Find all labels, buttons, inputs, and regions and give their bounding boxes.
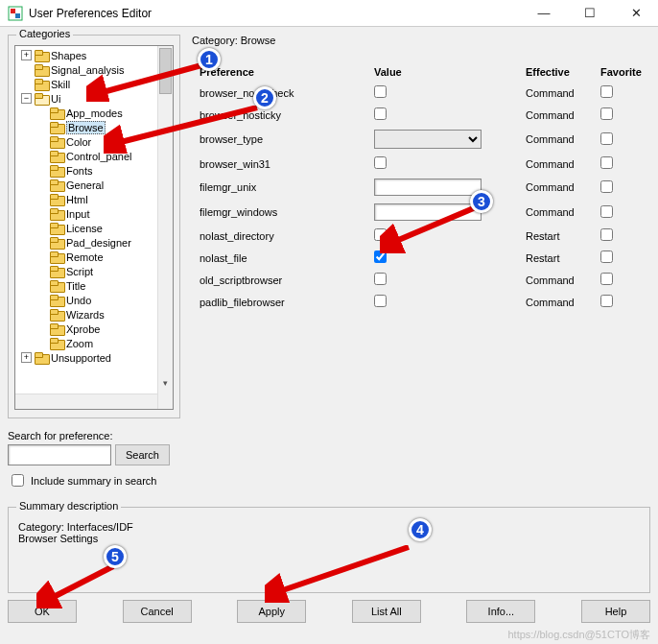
tree-label[interactable]: App_modes xyxy=(66,107,123,119)
tree-item-unsupported[interactable]: +Unsupported xyxy=(17,350,171,365)
tree-item-control_panel[interactable]: Control_panel xyxy=(17,149,171,163)
tree-label[interactable]: Wizards xyxy=(66,309,105,321)
pref-favorite-checkbox[interactable] xyxy=(600,85,613,98)
tree-item-shapes[interactable]: +Shapes xyxy=(17,48,171,62)
tree-label[interactable]: Title xyxy=(66,280,85,292)
tree-label[interactable]: Input xyxy=(66,208,89,220)
tree-item-remote[interactable]: Remote xyxy=(17,250,171,264)
tree-item-fonts[interactable]: Fonts xyxy=(17,163,171,178)
tree-item-input[interactable]: Input xyxy=(17,206,171,221)
tree-item-license[interactable]: License xyxy=(17,221,171,235)
folder-icon xyxy=(50,266,63,276)
pref-favorite-checkbox[interactable] xyxy=(600,228,613,241)
tree-item-html[interactable]: Html xyxy=(17,192,171,206)
tree-item-pad_designer[interactable]: Pad_designer xyxy=(17,235,171,250)
listall-button[interactable]: List All xyxy=(352,600,421,623)
include-summary-checkbox[interactable] xyxy=(12,474,24,487)
tree-label[interactable]: Remote xyxy=(66,251,104,263)
help-button[interactable]: Help xyxy=(581,600,650,623)
pref-favorite-checkbox[interactable] xyxy=(600,250,613,263)
pref-value-input[interactable] xyxy=(374,179,482,196)
pref-favorite-checkbox[interactable] xyxy=(600,107,613,120)
tree-label[interactable]: Control_panel xyxy=(66,151,132,162)
minimize-button[interactable]: — xyxy=(529,6,558,20)
tree-item-general[interactable]: General xyxy=(17,178,171,192)
pref-favorite-checkbox[interactable] xyxy=(600,180,613,193)
tree-scrollbar-v[interactable]: ▴ ▾ xyxy=(157,46,173,409)
tree-label[interactable]: Pad_designer xyxy=(66,237,131,249)
tree-item-signal_analysis[interactable]: Signal_analysis xyxy=(17,62,171,77)
pref-name: browser_nosticky xyxy=(194,105,366,125)
pref-value-checkbox[interactable] xyxy=(374,228,387,241)
tree-item-skill[interactable]: Skill xyxy=(17,77,171,91)
search-input[interactable] xyxy=(8,444,111,465)
tree-item-zoom[interactable]: Zoom xyxy=(17,336,171,350)
pref-value-checkbox[interactable] xyxy=(374,295,387,307)
pref-name: nolast_file xyxy=(194,248,366,268)
pref-row-nolast_file: nolast_fileRestart xyxy=(194,248,647,268)
tree-label[interactable]: Script xyxy=(66,266,93,277)
tree-label[interactable]: Color xyxy=(66,136,91,148)
tree-label[interactable]: Ui xyxy=(51,93,60,105)
apply-button[interactable]: Apply xyxy=(237,600,306,623)
pref-value-checkbox[interactable] xyxy=(374,250,387,263)
close-button[interactable]: ✕ xyxy=(622,6,650,20)
pref-favorite-checkbox[interactable] xyxy=(600,273,613,285)
tree-item-browse[interactable]: Browse xyxy=(17,120,171,134)
tree-item-script[interactable]: Script xyxy=(17,264,171,278)
pref-effective: Command xyxy=(520,176,593,199)
tree-label[interactable]: Skill xyxy=(51,79,70,90)
tree-item-color[interactable]: Color xyxy=(17,134,171,149)
pref-value-checkbox[interactable] xyxy=(374,85,387,98)
pref-name: padlib_filebrowser xyxy=(194,292,366,312)
pref-value-select[interactable] xyxy=(374,130,482,149)
tree-label[interactable]: Browse xyxy=(66,121,106,134)
tree-label[interactable]: Undo xyxy=(66,295,91,306)
tree-label[interactable]: Fonts xyxy=(66,165,93,177)
expand-icon[interactable]: + xyxy=(21,50,32,60)
ok-button[interactable]: OK xyxy=(8,600,77,623)
tree-scrollbar-h[interactable] xyxy=(15,394,157,409)
folder-icon xyxy=(50,323,63,334)
pref-favorite-checkbox[interactable] xyxy=(600,295,613,307)
tree-label[interactable]: Unsupported xyxy=(51,352,111,364)
pref-name: browser_win31 xyxy=(194,154,366,174)
pref-value-checkbox[interactable] xyxy=(374,156,387,169)
pref-favorite-checkbox[interactable] xyxy=(600,132,613,145)
tree-label[interactable]: Shapes xyxy=(51,50,86,61)
tree-item-wizards[interactable]: Wizards xyxy=(17,307,171,322)
cancel-button[interactable]: Cancel xyxy=(123,600,192,623)
tree-item-ui[interactable]: −Ui xyxy=(17,91,171,106)
pref-effective: Command xyxy=(520,127,593,152)
search-label: Search for preference: xyxy=(8,430,180,441)
scroll-thumb[interactable] xyxy=(159,48,172,94)
tree-label[interactable]: General xyxy=(66,179,104,191)
tree-label[interactable]: Signal_analysis xyxy=(51,64,124,76)
tree-item-app_modes[interactable]: App_modes xyxy=(17,106,171,120)
expand-icon[interactable]: − xyxy=(21,93,32,104)
pref-favorite-checkbox[interactable] xyxy=(600,156,613,169)
tree-label[interactable]: Html xyxy=(66,194,88,205)
tree-label[interactable]: Xprobe xyxy=(66,323,100,335)
tree-item-title[interactable]: Title xyxy=(17,278,171,293)
info-button[interactable]: Info... xyxy=(466,600,535,623)
search-button[interactable]: Search xyxy=(115,444,170,465)
category-tree[interactable]: +ShapesSignal_analysisSkill−UiApp_modesB… xyxy=(14,45,174,410)
tree-item-xprobe[interactable]: Xprobe xyxy=(17,322,171,336)
pref-favorite-checkbox[interactable] xyxy=(600,205,613,218)
pref-value-checkbox[interactable] xyxy=(374,107,387,120)
scroll-down-icon[interactable]: ▾ xyxy=(158,378,173,394)
folder-icon xyxy=(50,107,63,118)
pref-value-input[interactable] xyxy=(374,203,482,221)
pref-row-browser_win31: browser_win31Command xyxy=(194,154,647,174)
tree-item-undo[interactable]: Undo xyxy=(17,293,171,307)
window-title: User Preferences Editor xyxy=(29,7,529,20)
pref-effective: Command xyxy=(520,292,593,312)
pref-value-checkbox[interactable] xyxy=(374,273,387,285)
maximize-button[interactable]: ☐ xyxy=(576,6,604,20)
tree-label[interactable]: License xyxy=(66,223,103,234)
expand-icon[interactable]: + xyxy=(21,352,32,363)
summary-group: Summary description Category: Interfaces… xyxy=(8,507,650,593)
dialog-buttons: OK Cancel Apply List All Info... Help xyxy=(8,600,650,623)
tree-label[interactable]: Zoom xyxy=(66,338,93,349)
